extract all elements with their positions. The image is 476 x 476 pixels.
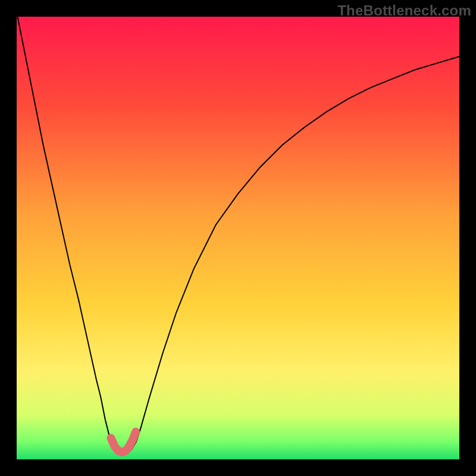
outer-frame: TheBottleneck.com [0,0,476,476]
series-optimum-marker [111,432,136,452]
plot-area [17,17,459,459]
chart-curves [17,17,459,459]
series-bottleneck-curve [17,17,459,455]
